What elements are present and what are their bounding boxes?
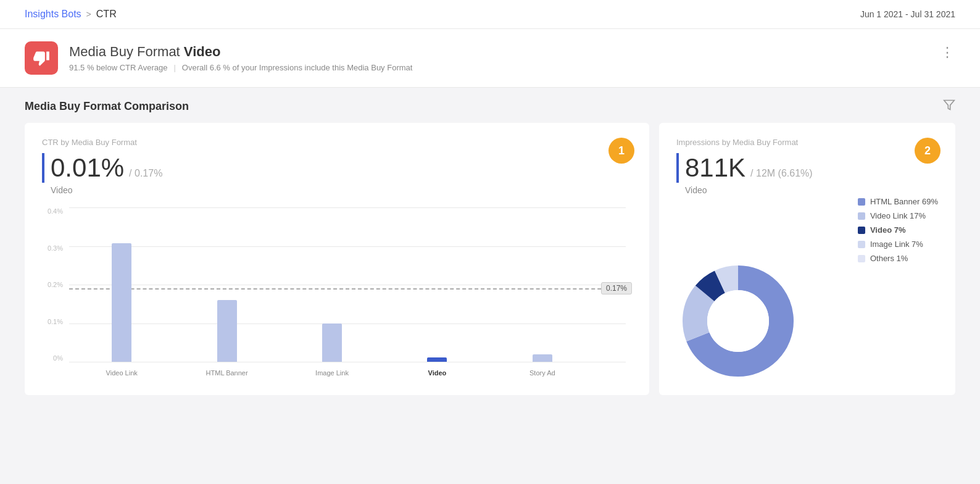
charts-container: CTR by Media Buy Format 0.01% / 0.17% Vi… (25, 123, 955, 395)
ctr-metric-secondary: / 0.17% (129, 168, 162, 179)
bot-subtitle: 91.5 % below CTR Average | Overall 6.6 %… (69, 63, 412, 72)
more-options-button[interactable]: ⋮ (941, 44, 955, 60)
bar-group-story-ad: Story Ad (490, 207, 595, 362)
impressions-badge: 2 (915, 138, 941, 164)
donut-chart (676, 259, 800, 383)
impressions-metric-display: 811K / 12M (6.61%) (676, 153, 938, 183)
legend-item-video-link: Video Link 17% (858, 211, 938, 220)
comparison-header: Media Buy Format Comparison (25, 88, 955, 123)
ctr-metric-name: Video (42, 185, 632, 195)
bot-title: Media Buy Format Video (69, 44, 412, 60)
legend-dot-others (858, 255, 865, 262)
thumbsdown-icon (33, 49, 50, 67)
svg-marker-0 (944, 101, 955, 110)
top-header: Insights Bots > CTR Jun 1 2021 - Jul 31 … (0, 0, 980, 29)
donut-legend: HTML Banner 69% Video Link 17% Video 7% … (858, 197, 938, 268)
ctr-badge: 1 (608, 138, 634, 164)
svg-point-6 (707, 290, 769, 352)
avg-label: 0.17% (601, 282, 632, 294)
bar-label-video-link: Video Link (106, 369, 138, 377)
legend-item-image-link: Image Link 7% (858, 240, 938, 249)
breadcrumb-current: CTR (96, 9, 117, 20)
impressions-metric-secondary: / 12M (6.61%) (750, 168, 812, 179)
impressions-chart-label: Impressions by Media Buy Format (676, 138, 938, 147)
comparison-section: Media Buy Format Comparison CTR by Media… (0, 88, 980, 407)
bar-label-html-banner: HTML Banner (206, 369, 248, 377)
bot-info-section: Media Buy Format Video 91.5 % below CTR … (0, 29, 980, 88)
ctr-chart-label: CTR by Media Buy Format (42, 138, 632, 147)
legend-dot-video (858, 227, 865, 234)
bot-info-left: Media Buy Format Video 91.5 % below CTR … (25, 41, 412, 75)
bar-label-video: Video (428, 369, 447, 377)
bar-group-video-link: Video Link (69, 207, 174, 362)
legend-item-html-banner: HTML Banner 69% (858, 197, 938, 206)
breadcrumb-link[interactable]: Insights Bots (25, 9, 81, 20)
bar-label-image-link: Image Link (315, 369, 349, 377)
legend-dot-html-banner (858, 198, 865, 206)
date-range: Jun 1 2021 - Jul 31 2021 (860, 9, 955, 19)
breadcrumb: Insights Bots > CTR (25, 9, 117, 20)
bar-group-image-link: Image Link (280, 207, 384, 362)
bar-label-story-ad: Story Ad (529, 369, 555, 377)
bars-area: Video Link HTML Banner Image Link (69, 207, 595, 362)
ctr-chart-card: CTR by Media Buy Format 0.01% / 0.17% Vi… (25, 123, 649, 395)
ctr-metric-value: 0.01% (42, 153, 124, 183)
legend-dot-video-link (858, 212, 865, 220)
bot-icon (25, 41, 58, 75)
filter-icon[interactable] (943, 99, 955, 114)
impressions-chart-card: Impressions by Media Buy Format 811K / 1… (659, 123, 955, 395)
donut-svg (676, 259, 800, 383)
y-axis: 0.4% 0.3% 0.2% 0.1% 0% (42, 207, 67, 362)
impressions-metric-name: Video (676, 185, 938, 195)
breadcrumb-separator: > (86, 9, 91, 19)
bar-chart-area: 0.4% 0.3% 0.2% 0.1% 0% 0.1 (42, 207, 632, 380)
comparison-title: Media Buy Format Comparison (25, 100, 189, 113)
legend-item-others: Others 1% (858, 254, 938, 263)
bar-group-video: Video (384, 207, 489, 362)
legend-dot-image-link (858, 241, 865, 248)
impressions-metric-value: 811K (676, 153, 745, 183)
bar-group-html-banner: HTML Banner (174, 207, 279, 362)
ctr-metric-display: 0.01% / 0.17% (42, 153, 632, 183)
bot-text: Media Buy Format Video 91.5 % below CTR … (69, 44, 412, 72)
legend-item-video: Video 7% (858, 225, 938, 235)
